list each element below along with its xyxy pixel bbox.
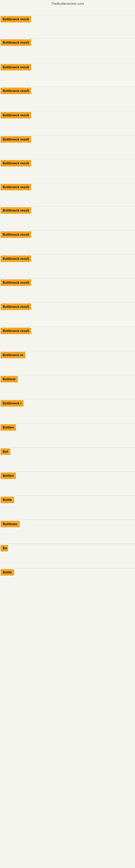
bottleneck-badge-row: Bottlen <box>1 424 16 432</box>
bottleneck-badge-row: Bottleneck result <box>1 231 31 240</box>
bottleneck-badge-row: Bottleneck result <box>1 279 31 287</box>
bottleneck-badge-row: Bottlenec <box>1 520 20 529</box>
bottleneck-badge-row: Bottleneck result <box>1 183 31 192</box>
bottleneck-badge: Bottleneck r <box>1 400 24 407</box>
bottleneck-badge: Bottleneck result <box>1 231 31 238</box>
bottleneck-badge-row: Bottle <box>1 496 14 505</box>
bottleneck-badge: Bottleneck result <box>1 112 31 119</box>
bottleneck-badge: Bottleneck result <box>1 184 31 190</box>
bottleneck-badge: Bottleneck result <box>1 88 31 94</box>
bottleneck-badge: Bottleneck result <box>1 255 31 262</box>
bottleneck-badge: Bottleneck result <box>1 16 31 23</box>
bottleneck-badge-row: Bottleneck re <box>1 351 26 360</box>
bottleneck-badge: Bottlenec <box>1 521 20 527</box>
bottleneck-badge-row: Bottleneck result <box>1 255 31 264</box>
bottleneck-badge: Bottleneck result <box>1 136 31 143</box>
bottleneck-badge: Bottleneck re <box>1 352 26 358</box>
bottleneck-badge-row: Bottleneck result <box>1 135 31 144</box>
bottleneck-badge-row: Bottleneck result <box>1 16 31 24</box>
bottleneck-badge: Bottlen <box>1 424 16 431</box>
bottleneck-badge-row: Bottlen <box>1 472 16 480</box>
site-title: TheBottlenecker.com <box>0 0 135 7</box>
bottleneck-badge-row: Bot <box>1 448 10 457</box>
bottleneck-badge-row: Bottleneck r <box>1 400 24 408</box>
bottleneck-badge: Bottleneck result <box>1 279 31 286</box>
bottleneck-badge-row: Bottleneck result <box>1 63 31 72</box>
bottleneck-badge-row: Bottleneck result <box>1 39 31 48</box>
bottleneck-badge-row: Bottle <box>1 568 14 577</box>
bottleneck-badge: Bottlen <box>1 472 16 479</box>
bottleneck-badge-row: Bottleneck result <box>1 303 31 312</box>
bottleneck-badge: Bottleneck result <box>1 328 31 334</box>
bottleneck-badge-row: Bottleneck result <box>1 207 31 215</box>
bottleneck-badge: Bottleneck result <box>1 160 31 166</box>
bottleneck-badge: Bottleneck result <box>1 207 31 214</box>
bottleneck-badge: Bottle <box>1 497 14 503</box>
bottleneck-badge-row: Bottlene <box>1 375 18 384</box>
bottleneck-badge-row: Bottleneck result <box>1 327 31 336</box>
bottleneck-badge: Bottleneck result <box>1 39 31 46</box>
bottleneck-badge: Bo <box>1 545 8 552</box>
bottleneck-badge: Bottlene <box>1 376 18 382</box>
bottleneck-badge: Bottleneck result <box>1 304 31 310</box>
bottleneck-badge-row: Bottleneck result <box>1 87 31 96</box>
bottleneck-badge-row: Bo <box>1 545 8 553</box>
bottleneck-badge-row: Bottleneck result <box>1 159 31 168</box>
bottleneck-badge: Bot <box>1 448 10 455</box>
bottleneck-badge: Bottleneck result <box>1 64 31 70</box>
bottleneck-badge-row: Bottleneck result <box>1 112 31 120</box>
bottleneck-badge: Bottle <box>1 569 14 576</box>
